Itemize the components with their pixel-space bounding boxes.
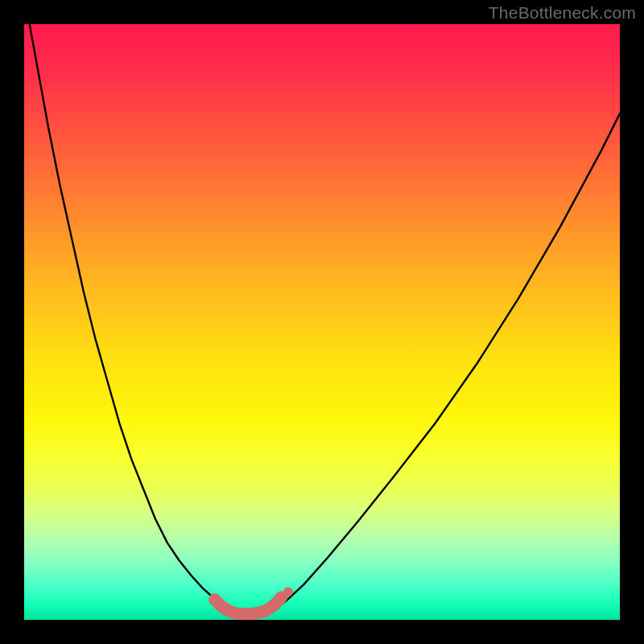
chart-frame: TheBottleneck.com xyxy=(0,0,644,644)
watermark-text: TheBottleneck.com xyxy=(489,3,636,23)
valley-marker-outlier xyxy=(283,587,293,597)
plot-area xyxy=(24,24,620,620)
right-curve xyxy=(268,114,620,613)
bottleneck-curve-layer xyxy=(24,24,620,620)
left-curve xyxy=(24,24,233,613)
valley-markers-group xyxy=(208,587,293,620)
